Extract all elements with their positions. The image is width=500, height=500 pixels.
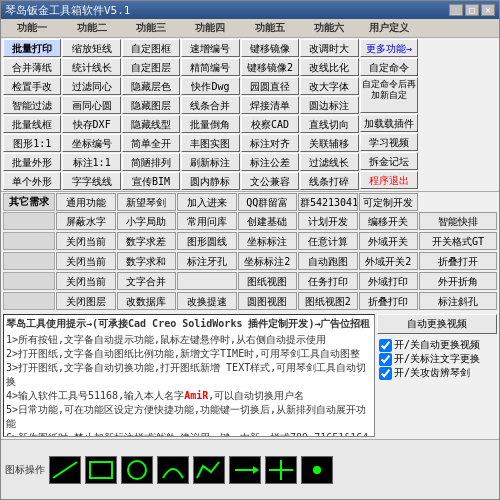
btn-group-id[interactable]: 群542130418 [298,193,358,211]
btn-graph-1to1[interactable]: 图形1:1 [3,134,61,152]
btn-filter-concen[interactable]: 过滤同心 [62,77,120,95]
btn-custom-cmd2[interactable]: 自定命令后再加新自定 [360,77,418,113]
btn-dim-thread[interactable]: 标注牙孔 [177,252,237,270]
btn-promo-bim[interactable]: 宣传BIM [122,172,180,190]
btn-common-func[interactable]: 通用功能 [56,193,116,211]
btn-num-sum[interactable]: 数字求和 [117,252,177,270]
btn-smart-arrange[interactable]: 智能快排 [419,212,497,230]
cross-icon-btn[interactable] [265,456,297,484]
dot-icon-btn[interactable] [301,456,333,484]
btn-change-ratio[interactable]: 改线比化 [300,58,358,76]
btn-any-calc[interactable]: 任意计算 [298,232,358,250]
btn-plan-dev[interactable]: 计划开发 [298,212,358,230]
maximize-button[interactable]: □ [465,4,479,16]
btn-num-diff[interactable]: 数字求差 [117,232,177,250]
btn-create-base[interactable]: 创建基础 [238,212,298,230]
btn-outer-toggle[interactable]: 外域开关 [359,232,419,250]
btn-merge-paper[interactable]: 合并薄纸 [3,58,61,76]
btn-circle-view[interactable]: 圆图视图 [238,292,298,310]
btn-rich-view[interactable]: 丰图实图 [181,134,239,152]
btn-fold-angle[interactable]: 外开折角 [419,272,497,290]
btn-batch-shape[interactable]: 批量外形 [3,153,61,171]
arrow-icon-btn[interactable] [229,456,261,484]
btn-dim-tol[interactable]: 标注公差 [241,153,299,171]
btn-more-func[interactable]: 更多功能→ [360,39,418,57]
btn-resize-large[interactable]: 改调时大 [300,39,358,57]
btn-drawing-view2[interactable]: 图纸视图2 [298,292,358,310]
btn-custom-dev[interactable]: 可定制开发 [359,193,419,211]
close-button[interactable]: × [481,4,495,16]
btn-check-hand[interactable]: 检置手改 [3,77,61,95]
btn-coord-num[interactable]: 坐标编号 [62,134,120,152]
btn-break-line[interactable]: 线条打碎 [300,172,358,190]
btn-change-speed[interactable]: 改换提速 [177,292,237,310]
line-icon-btn[interactable] [49,456,81,484]
btn-circle-dim[interactable]: 圆内静标 [181,172,239,190]
btn-smart-filter[interactable]: 智能过滤 [3,96,61,114]
btn-key-mirror[interactable]: 键移镜像 [241,39,299,57]
btn-learn-video[interactable]: 学习视频 [360,133,418,151]
circle-icon-btn[interactable] [121,456,153,484]
btn-key-mirror2[interactable]: 键移镜像2 [241,58,299,76]
btn-batch-chamfer[interactable]: 批量倒角 [181,115,239,133]
poly-icon-btn[interactable] [193,456,225,484]
btn-text-merge[interactable]: 文字合并 [117,272,177,290]
btn-dim-align[interactable]: 标注对齐 [241,134,299,152]
btn-task-print[interactable]: 任务打印 [298,272,358,290]
btn-custom-layer[interactable]: 自定图层 [122,58,180,76]
btn-check-cad[interactable]: 校察CAD [241,115,299,133]
btn-weld-list[interactable]: 焊接清单 [241,96,299,114]
btn-close-all[interactable]: 关闭当前 [56,252,116,270]
btn-custom-frame[interactable]: 自定图框 [122,39,180,57]
btn-simplify-num[interactable]: 精简编号 [181,58,239,76]
btn-simple-open[interactable]: 简单全开 [122,134,180,152]
btn-change-font[interactable]: 改大字体 [300,77,358,95]
btn-auto-video[interactable]: 自动更换视频 [377,314,497,334]
btn-rough-array[interactable]: 简陋排列 [122,153,180,171]
btn-batch-print[interactable]: 批量打印 [3,39,61,57]
btn-center-line[interactable]: 图形圆线 [177,232,237,250]
btn-fold-open[interactable]: 折叠打开 [419,252,497,270]
btn-new-sword[interactable]: 新望琴剑 [117,193,177,211]
btn-hide-layer[interactable]: 隐藏图层 [122,96,180,114]
btn-dim-hole[interactable]: 标注斜孔 [419,292,497,310]
btn-filter-linelen[interactable]: 过滤线长 [300,153,358,171]
arc-icon-btn[interactable] [157,456,189,484]
btn-text-compat[interactable]: 文公兼容 [241,172,299,190]
btn-outer-toggle2[interactable]: 外域开关2 [359,252,419,270]
btn-fold-print[interactable]: 折叠打印 [359,292,419,310]
btn-qq-group[interactable]: QQ群留富 [238,193,298,211]
btn-line-tangent[interactable]: 直线切向 [300,115,358,133]
btn-merge-line[interactable]: 线条合并 [181,96,239,114]
btn-join-us[interactable]: 加入进来 [177,193,237,211]
btn-stat-linelen[interactable]: 统计线长 [62,58,120,76]
btn-qcj-forum[interactable]: 拆金记坛 [360,152,418,170]
cb-text-replace[interactable] [379,353,392,366]
btn-mod-db[interactable]: 改数据库 [117,292,177,310]
btn-toggle-fmt[interactable]: 开关格式GT [419,232,497,250]
btn-auto-plot[interactable]: 自动跑图 [298,252,358,270]
btn-dim-1to1[interactable]: 标注1:1 [62,153,120,171]
btn-close-layer[interactable]: 关闭当前 [56,272,116,290]
cb-auto-video[interactable] [379,339,392,352]
btn-close-cur[interactable]: 关闭当前 [56,232,116,250]
btn-circle-dia[interactable]: 园圆直径 [241,77,299,95]
btn-coord-dim2[interactable]: 坐标标注2 [238,252,298,270]
btn-common-lib[interactable]: 常用问库 [177,212,237,230]
btn-circle-edge[interactable]: 圆边标注 [300,96,358,114]
btn-batch-wire[interactable]: 批量线框 [3,115,61,133]
btn-coord-dim[interactable]: 坐标标注 [238,232,298,250]
btn-make-dwg[interactable]: 快作Dwg [181,77,239,95]
cb-tooth-rec[interactable] [379,367,392,380]
btn-quick-dxf[interactable]: 快存DXF [62,115,120,133]
btn-custom-cmd[interactable]: 自定命令 [360,58,418,76]
btn-refresh-dim[interactable]: 刷新标注 [181,153,239,171]
btn-single-shape[interactable]: 单个外形 [3,172,61,190]
btn-exit[interactable]: 程序退出 [360,171,418,189]
btn-outer-print[interactable]: 外域打印 [359,272,419,290]
btn-load-plugin[interactable]: 加载载插件 [360,114,418,132]
btn-hide-color[interactable]: 隐藏层色 [122,77,180,95]
btn-drawing-view[interactable]: 图纸视图 [238,272,298,290]
btn-speed-num[interactable]: 速增编号 [181,39,239,57]
btn-scale-rect[interactable]: 缩放矩线 [62,39,120,57]
